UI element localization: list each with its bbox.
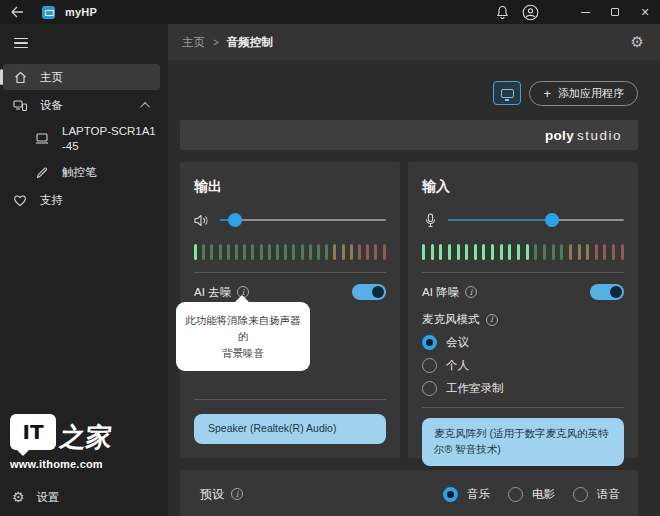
home-icon — [12, 71, 28, 84]
sidebar-item-laptop-device[interactable]: LAPTOP-SCR1A1-45 — [3, 120, 160, 158]
meter-bar — [243, 244, 246, 260]
slider-fill — [448, 219, 552, 221]
presets-bar: 预设 音乐 电影 语音 — [180, 470, 638, 516]
sidebar-item-home[interactable]: 主页 — [3, 64, 160, 90]
meter-bar — [309, 244, 312, 260]
divider — [422, 407, 624, 408]
audio-panels: 输出 — [180, 162, 638, 458]
monitor-icon — [501, 89, 514, 98]
meter-bar — [284, 244, 287, 260]
speaker-icon — [194, 214, 210, 227]
meter-bar — [457, 244, 460, 260]
divider — [194, 399, 386, 400]
meter-bar — [621, 244, 624, 260]
meter-bar — [342, 244, 345, 260]
audio-settings-gear-icon[interactable]: ⚙ — [631, 33, 644, 51]
ithome-watermark: IT 之家 www.ithome.com — [10, 414, 168, 470]
ai-noise-reduction-toggle[interactable] — [590, 284, 624, 300]
output-volume-slider[interactable] — [220, 213, 386, 227]
slider-thumb[interactable] — [545, 213, 559, 227]
ithome-logo-icon: IT — [10, 414, 56, 450]
input-volume-slider[interactable] — [448, 213, 624, 227]
meter-bar — [491, 244, 494, 260]
radio-icon — [508, 487, 523, 502]
preset-radio-movie[interactable]: 电影 — [508, 486, 555, 502]
output-level-meter — [194, 244, 386, 260]
sidebar-item-label: LAPTOP-SCR1A1-45 — [62, 120, 158, 158]
close-button[interactable]: ✕ — [630, 0, 660, 24]
myhp-window: myHP ✕ 主页 — [0, 0, 660, 516]
radio-label: 个人 — [446, 358, 469, 373]
meter-bar — [227, 244, 230, 260]
presets-text: 预设 — [200, 486, 224, 503]
ithome-url: www.ithome.com — [10, 458, 168, 470]
meter-bar — [534, 244, 537, 260]
display-mode-button[interactable] — [493, 81, 521, 105]
brand-name-light: studio — [577, 128, 622, 143]
titlebar-right: ✕ — [488, 0, 660, 24]
presets-options: 音乐 电影 语音 — [443, 486, 620, 502]
sidebar-item-label: 主页 — [40, 70, 63, 85]
poly-studio-banner: poly studio — [180, 120, 638, 150]
sidebar-item-settings[interactable]: ⚙ 设置 — [10, 484, 168, 510]
user-account-icon[interactable] — [516, 0, 544, 24]
meter-bar — [260, 244, 263, 260]
minimize-button[interactable] — [570, 0, 600, 24]
mic-mode-radio-studio[interactable]: 工作室录制 — [422, 380, 624, 396]
menu-hamburger-icon[interactable] — [6, 30, 40, 56]
meter-bar — [500, 244, 503, 260]
sidebar-item-label: 设备 — [40, 98, 63, 113]
info-icon[interactable] — [465, 286, 477, 298]
input-ai-row: AI 降噪 — [422, 284, 624, 300]
radio-icon — [422, 381, 437, 396]
gear-icon: ⚙ — [12, 490, 25, 504]
meter-bar — [508, 244, 511, 260]
sidebar-item-devices[interactable]: 设备 — [3, 92, 160, 118]
add-application-label: 添加应用程序 — [558, 86, 624, 101]
add-application-button[interactable]: + 添加应用程序 — [529, 81, 638, 106]
breadcrumb: 主页 > 音频控制 — [182, 35, 273, 50]
maximize-button[interactable] — [600, 0, 630, 24]
meter-bar — [431, 244, 434, 260]
meter-bar — [210, 244, 213, 260]
back-button[interactable] — [10, 6, 32, 18]
output-device-button[interactable]: Speaker (Realtek(R) Audio) — [194, 414, 386, 444]
content-header: 主页 > 音频控制 ⚙ — [168, 24, 660, 60]
meter-bar — [333, 244, 336, 260]
meter-bar — [422, 244, 425, 260]
meter-bar — [366, 244, 369, 260]
meter-bar — [439, 244, 442, 260]
meter-bar — [251, 244, 254, 260]
preset-radio-music[interactable]: 音乐 — [443, 486, 490, 502]
mic-mode-radio-meeting[interactable]: 会议 — [422, 334, 624, 350]
meter-bar — [586, 244, 589, 260]
input-title: 输入 — [422, 178, 624, 196]
ai-denoise-toggle[interactable] — [352, 284, 386, 300]
notifications-bell-icon[interactable] — [488, 0, 516, 24]
info-icon[interactable] — [486, 314, 498, 326]
titlebar: myHP ✕ — [0, 0, 660, 24]
meter-bar — [194, 244, 197, 260]
mic-mode-radio-personal[interactable]: 个人 — [422, 357, 624, 373]
divider — [422, 272, 624, 273]
sidebar-item-stylus[interactable]: 触控笔 — [3, 160, 160, 186]
toggle-knob — [372, 286, 384, 298]
input-volume-row — [422, 210, 624, 230]
output-ai-row: AI 去噪 — [194, 284, 386, 300]
radio-icon — [422, 358, 437, 373]
sidebar-item-support[interactable]: 支持 — [3, 188, 160, 214]
sidebar-bottom: IT 之家 www.ithome.com ⚙ 设置 — [0, 414, 168, 516]
input-device-button[interactable]: 麦克风阵列 (适用于数字麦克风的英特尔® 智音技术) — [422, 418, 624, 466]
breadcrumb-home-link[interactable]: 主页 — [182, 35, 205, 50]
ithome-logo-script: 之家 — [59, 424, 114, 450]
output-title: 输出 — [194, 178, 386, 196]
preset-radio-voice[interactable]: 语音 — [573, 486, 620, 502]
meter-bar — [317, 244, 320, 260]
meter-bar — [474, 244, 477, 260]
slider-thumb[interactable] — [228, 213, 242, 227]
info-icon[interactable] — [231, 488, 243, 500]
radio-label: 工作室录制 — [446, 381, 504, 396]
input-level-meter — [422, 244, 624, 260]
radio-icon — [422, 335, 437, 350]
support-heart-icon — [12, 194, 28, 207]
